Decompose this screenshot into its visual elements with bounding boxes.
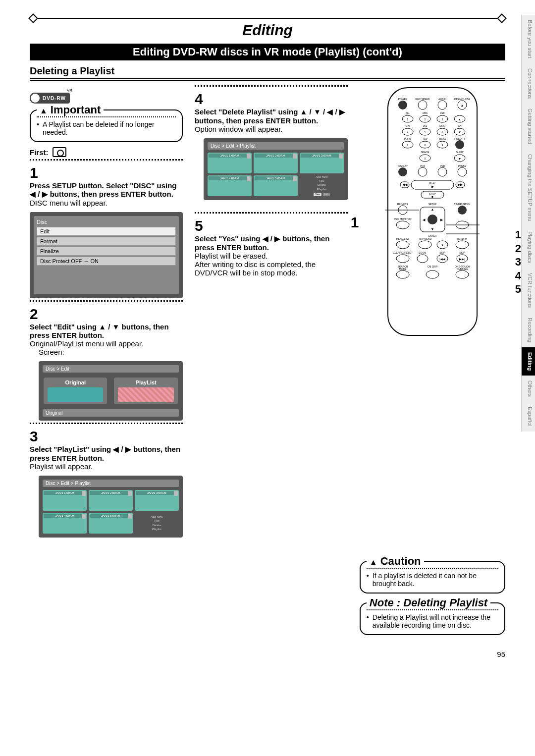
svg-text:CLEAR/C.RESET: CLEAR/C.RESET (393, 251, 413, 254)
playlist-thumb: JAN/1 1:00AM (208, 153, 252, 173)
step-1-body: DISC menu will appear. (30, 199, 183, 207)
svg-text:9: 9 (442, 144, 443, 147)
remote-callout-left: 1 (351, 214, 359, 231)
step-3-title: Select "PlayList" using ◀ / ▶ buttons, t… (30, 445, 183, 462)
svg-text:CM SKIP: CM SKIP (428, 265, 438, 268)
svg-text:DVD: DVD (440, 164, 445, 167)
svg-text:SLOW: SLOW (456, 151, 464, 154)
svg-text:DUBBING: DUBBING (457, 268, 468, 270)
playlist-thumb: JAN/1 3:00AM (135, 490, 179, 511)
svg-text:▼: ▼ (441, 244, 444, 247)
step-2-screen-label: Screen: (39, 348, 183, 356)
svg-text:▲: ▲ (430, 208, 434, 211)
svg-text:DEF: DEF (440, 111, 445, 114)
step-2-title: Select "Edit" using ▲ / ▼ buttons, then … (30, 323, 183, 339)
svg-text:▶: ▶ (458, 157, 461, 160)
note-title: Note : Deleting Playlist (367, 596, 490, 609)
svg-text:0: 0 (425, 157, 426, 160)
svg-text:5: 5 (425, 131, 426, 134)
step-1-number: 1 (30, 164, 183, 181)
step-4-body: Option window will appear. (195, 125, 348, 133)
playlist-thumb: JAN/1 1:00AM (43, 490, 87, 511)
svg-text:■: ■ (431, 195, 433, 198)
svg-text:REC/OTR: REC/OTR (397, 203, 409, 206)
svg-text:SKIP: SKIP (439, 251, 445, 254)
svg-text:PQRS: PQRS (404, 137, 412, 140)
no-option: No (323, 193, 330, 196)
caution-title: Caution (367, 555, 424, 568)
disc-menu-row-edit: Edit (37, 227, 176, 236)
subtitle-bar: Editing DVD-RW discs in VR mode (Playlis… (30, 44, 505, 60)
svg-text:3: 3 (442, 118, 443, 121)
svg-text:▶▶|: ▶▶| (459, 258, 465, 261)
playlist-side-menu-yn: Add New Title Delete Playlist YesNo (300, 175, 344, 196)
dotted-divider (30, 423, 183, 424)
note-body: Deleting a Playlist will not increase th… (367, 613, 498, 629)
playlist-screen-2: Disc > Edit > Playlist JAN/1 1:00AM JAN/… (204, 138, 348, 200)
disc-icon (31, 94, 40, 103)
svg-text:▲: ▲ (460, 104, 464, 107)
svg-text:@/.: @/. (406, 111, 410, 114)
caution-body: If a playlist is deleted it can not be b… (367, 572, 498, 588)
playlist-breadcrumb-2: Disc > Edit > Playlist (208, 142, 344, 150)
step-5-body: Playlist will be erased. After writing t… (195, 252, 348, 277)
playlist-screen-1: Disc > Edit > Playlist JAN/1 1:00AM JAN/… (39, 476, 183, 538)
svg-point-73 (428, 215, 437, 224)
svg-point-43 (455, 140, 464, 149)
svg-text:◀◀: ◀◀ (402, 183, 408, 186)
svg-text:1: 1 (407, 118, 409, 121)
svg-text:▲: ▲ (458, 118, 461, 121)
svg-text:WXYZ: WXYZ (439, 137, 446, 140)
warning-icon (40, 104, 48, 116)
svg-text:TOP MENU: TOP MENU (419, 237, 432, 240)
svg-text:SETUP: SETUP (428, 203, 437, 206)
remote-svg-icon: POWERREC SPEEDAUDIOOPEN/CLOSE ▲ @/.ABCDE… (385, 85, 480, 343)
svg-text:AUDIO: AUDIO (438, 98, 446, 101)
dvd-small-icon (53, 147, 66, 157)
svg-text:TUV: TUV (423, 137, 428, 140)
step-4-title: Select "Delete Playlist" using ▲ / ▼ / ◀… (195, 108, 348, 125)
disc-menu-header: Disc (37, 219, 176, 225)
edit-footer: Original (43, 409, 179, 417)
svg-text:POWER: POWER (398, 98, 407, 101)
dvd-rw-text: DVD-RW (43, 96, 66, 101)
dotted-divider (195, 85, 348, 87)
svg-text:VCR: VCR (420, 164, 426, 167)
svg-text:8: 8 (425, 144, 426, 147)
yes-option: Yes (314, 193, 321, 196)
svg-point-5 (398, 101, 407, 109)
svg-text:SKIP: SKIP (459, 251, 465, 254)
disc-menu-row-format: Format (37, 237, 176, 246)
svg-text:▼: ▼ (430, 227, 434, 231)
svg-text:DISPLAY: DISPLAY (398, 164, 408, 167)
remote-control: 1 1 2 3 4 5 POWERREC SPEEDAUDIOOPEN/CLOS… (360, 85, 505, 343)
step-4-number: 4 (195, 91, 348, 108)
svg-text:PAUSE: PAUSE (458, 164, 467, 167)
dotted-divider (30, 300, 183, 302)
step-2-body: Original/PlayList menu will appear. (30, 339, 183, 348)
svg-text:REC MONITOR: REC MONITOR (394, 217, 412, 220)
svg-text:MENU/LIST: MENU/LIST (396, 237, 410, 240)
svg-text:CH: CH (458, 124, 462, 127)
playlist-thumb: JAN/1 4:00AM (208, 175, 252, 196)
playlist-thumb: JAN/1 2:00AM (89, 490, 133, 511)
svg-point-78 (458, 206, 467, 215)
svg-text:|◀◀: |◀◀ (439, 258, 445, 261)
svg-text:REC SPEED: REC SPEED (415, 98, 429, 101)
edit-option-playlist: PlayList (113, 377, 178, 405)
disc-menu-row-finalize: Finalize (37, 247, 176, 256)
page-title: Editing (236, 22, 299, 39)
dvd-rw-badge-area: VR DVD-RW (30, 88, 183, 105)
edit-menu-screen: Disc > Edit Original PlayList Original (39, 361, 183, 421)
important-box: Important A Playlist can be deleted if n… (30, 109, 183, 142)
dotted-divider (30, 159, 183, 161)
playlist-side-menu: Add New Title Delete Playlist (135, 513, 179, 534)
svg-text:JKL: JKL (423, 124, 428, 127)
svg-text:4: 4 (407, 131, 409, 134)
step-5-number: 5 (195, 217, 348, 234)
svg-text:▼: ▼ (458, 131, 461, 134)
note-box: Note : Deleting Playlist Deleting a Play… (360, 602, 505, 635)
playlist-thumb: JAN/1 4:00AM (43, 513, 87, 534)
svg-text:ABC: ABC (423, 111, 428, 114)
caution-box: Caution If a playlist is deleted it can … (360, 561, 505, 594)
